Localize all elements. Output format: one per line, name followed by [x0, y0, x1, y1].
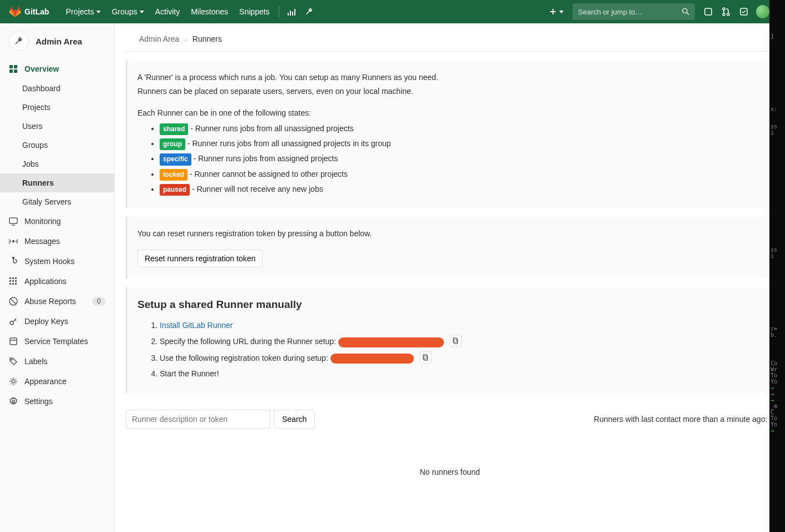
issues-icon	[704, 7, 713, 16]
admin-icon-button[interactable]	[300, 0, 318, 23]
state-badge: paused	[160, 184, 190, 196]
svg-rect-22	[12, 277, 14, 279]
svg-point-35	[11, 359, 12, 360]
sidebar-item-runners[interactable]: Runners	[0, 173, 114, 192]
svg-point-9	[723, 8, 725, 10]
setup-panel: Setup a shared Runner manually Install G…	[126, 287, 774, 393]
install-runner-link[interactable]: Install GitLab Runner	[160, 321, 233, 330]
breadcrumb-separator: ›	[185, 36, 187, 43]
sidebar-item-labels[interactable]: Labels	[0, 351, 114, 371]
svg-rect-2	[292, 12, 293, 16]
metrics-icon-button[interactable]	[283, 0, 300, 23]
user-avatar[interactable]	[756, 5, 769, 18]
svg-rect-0	[288, 13, 289, 16]
hook-icon	[9, 257, 18, 266]
gear-icon	[9, 397, 18, 406]
setup-step-4: Start the Runner!	[160, 366, 764, 381]
svg-rect-21	[9, 277, 11, 279]
chart-icon	[287, 7, 296, 16]
gitlab-icon	[9, 6, 21, 18]
redacted-url	[338, 337, 444, 347]
svg-rect-8	[705, 8, 712, 15]
nav-milestones[interactable]: Milestones	[185, 0, 234, 23]
svg-rect-16	[14, 69, 17, 73]
info-panel: A 'Runner' is a process which runs a job…	[126, 61, 774, 208]
merge-icon	[722, 7, 730, 16]
key-icon	[9, 317, 18, 326]
global-search[interactable]	[572, 3, 695, 20]
sidebar-item-messages[interactable]: Messages	[0, 231, 114, 251]
sidebar-item-appearance[interactable]: Appearance	[0, 371, 114, 391]
sidebar-title: Admin Area	[36, 37, 82, 46]
sidebar-item-gitaly[interactable]: Gitaly Servers	[0, 192, 114, 211]
sidebar-item-deploykeys[interactable]: Deploy Keys	[0, 311, 114, 331]
sidebar-item-abuse[interactable]: Abuse Reports 0	[0, 291, 114, 311]
copy-token-button[interactable]	[419, 351, 432, 364]
svg-rect-33	[10, 338, 17, 345]
svg-rect-23	[15, 277, 17, 279]
svg-point-19	[13, 241, 14, 242]
nav-snippets[interactable]: Snippets	[234, 0, 275, 23]
breadcrumb: Admin Area › Runners	[126, 23, 774, 52]
svg-point-37	[12, 400, 14, 402]
sidebar-item-templates[interactable]: Service Templates	[0, 331, 114, 351]
runner-search-input[interactable]	[126, 410, 270, 429]
search-input[interactable]	[578, 8, 682, 16]
svg-rect-28	[12, 283, 14, 285]
svg-rect-15	[9, 69, 13, 73]
runner-state-item: group - Runner runs jobs from all unassi…	[160, 136, 764, 151]
svg-rect-27	[9, 283, 11, 285]
sidebar-overview[interactable]: Overview	[0, 59, 114, 79]
sidebar-header: Admin Area	[0, 23, 114, 59]
info-line-1: A 'Runner' is a process which runs a job…	[137, 72, 764, 83]
setup-step-2: Specify the following URL during the Run…	[160, 333, 764, 349]
sidebar: Admin Area Overview Dashboard Projects U…	[0, 23, 115, 532]
todos-icon-button[interactable]	[735, 0, 753, 23]
breadcrumb-current: Runners	[192, 34, 222, 43]
chevron-down-icon	[559, 11, 564, 13]
sidebar-item-hooks[interactable]: System Hooks	[0, 251, 114, 271]
todo-icon	[739, 7, 748, 16]
sidebar-item-projects[interactable]: Projects	[0, 98, 114, 117]
copy-url-button[interactable]	[450, 335, 462, 347]
runner-state-item: paused - Runner will not receive any new…	[160, 182, 764, 197]
sidebar-item-dashboard[interactable]: Dashboard	[0, 79, 114, 98]
label-icon	[9, 357, 18, 366]
abuse-icon	[9, 297, 18, 306]
sidebar-item-users[interactable]: Users	[0, 117, 114, 136]
setup-heading: Setup a shared Runner manually	[137, 299, 764, 311]
runner-states-list: shared - Runner runs jobs from all unass…	[137, 121, 764, 197]
brand-logo[interactable]: GitLab	[9, 6, 49, 18]
svg-rect-1	[290, 11, 291, 16]
sidebar-item-groups[interactable]: Groups	[0, 136, 114, 155]
svg-rect-5	[550, 11, 556, 12]
template-icon	[9, 337, 18, 346]
empty-state: No runners found	[115, 429, 785, 515]
svg-rect-13	[9, 65, 13, 68]
svg-rect-3	[294, 9, 295, 16]
sidebar-item-applications[interactable]: Applications	[0, 271, 114, 291]
setup-step-3: Use the following registration token dur…	[160, 350, 764, 366]
runners-contact-status: Runners with last contact more than a mi…	[594, 415, 774, 424]
terminal-strip: 1 x: ss i ss i r= b. Co Wr To Yo → → → _…	[769, 0, 785, 532]
broadcast-icon	[9, 237, 18, 246]
wrench-icon	[14, 36, 24, 46]
state-badge: specific	[160, 153, 191, 165]
new-dropdown[interactable]	[545, 0, 568, 23]
nav-activity[interactable]: Activity	[150, 0, 185, 23]
reset-text: You can reset runners registration token…	[137, 228, 764, 240]
nav-projects[interactable]: Projects	[60, 0, 106, 23]
runner-search-button[interactable]: Search	[274, 410, 315, 429]
sidebar-item-jobs[interactable]: Jobs	[0, 155, 114, 173]
reset-token-button[interactable]: Reset runners registration token	[137, 250, 263, 267]
breadcrumb-parent[interactable]: Admin Area	[139, 34, 179, 43]
sidebar-item-settings[interactable]: Settings	[0, 391, 114, 411]
divider	[279, 6, 279, 17]
issues-icon-button[interactable]	[699, 0, 717, 23]
redacted-token	[330, 354, 414, 364]
merge-requests-icon-button[interactable]	[717, 0, 735, 23]
svg-rect-29	[15, 283, 17, 285]
nav-groups[interactable]: Groups	[106, 0, 150, 23]
svg-point-6	[683, 8, 687, 13]
sidebar-item-monitoring[interactable]: Monitoring	[0, 211, 114, 231]
